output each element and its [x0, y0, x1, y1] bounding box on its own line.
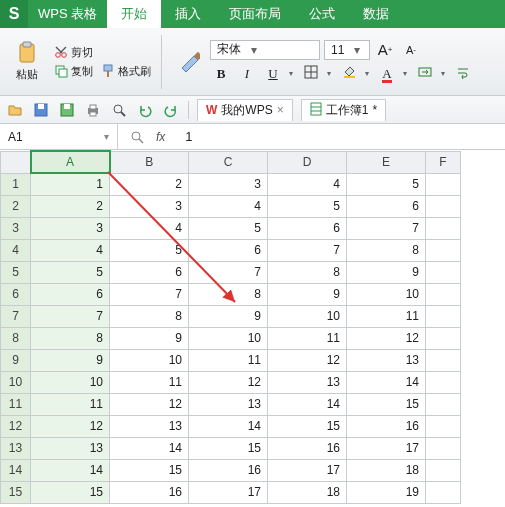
close-icon[interactable]: ×: [277, 103, 284, 117]
cell[interactable]: 9: [189, 305, 268, 327]
cell[interactable]: 15: [110, 459, 189, 481]
cell[interactable]: 14: [268, 393, 347, 415]
cell[interactable]: [426, 371, 461, 393]
cell[interactable]: 2: [31, 195, 110, 217]
cell[interactable]: 5: [31, 261, 110, 283]
cell[interactable]: 8: [31, 327, 110, 349]
save-icon[interactable]: [32, 101, 50, 119]
print-preview-icon[interactable]: [110, 101, 128, 119]
merge-cells-button[interactable]: [414, 64, 436, 84]
my-wps-tab[interactable]: W 我的WPS ×: [197, 99, 293, 121]
cell[interactable]: 9: [110, 327, 189, 349]
cell[interactable]: 14: [31, 459, 110, 481]
cell[interactable]: 14: [110, 437, 189, 459]
cell[interactable]: 17: [347, 437, 426, 459]
font-color-dropdown[interactable]: ▾: [400, 69, 410, 78]
cell[interactable]: 11: [31, 393, 110, 415]
cell[interactable]: 13: [347, 349, 426, 371]
workbook-tab[interactable]: 工作簿1 *: [301, 99, 386, 121]
row-header-9[interactable]: 9: [1, 349, 31, 371]
row-header-3[interactable]: 3: [1, 217, 31, 239]
cell[interactable]: [426, 195, 461, 217]
cell[interactable]: 4: [268, 173, 347, 195]
cell[interactable]: 16: [110, 481, 189, 503]
cell[interactable]: 15: [347, 393, 426, 415]
menu-start[interactable]: 开始: [107, 0, 161, 28]
col-header-C[interactable]: C: [189, 151, 268, 173]
cell[interactable]: 16: [347, 415, 426, 437]
row-header-10[interactable]: 10: [1, 371, 31, 393]
cell[interactable]: 10: [268, 305, 347, 327]
formula-input[interactable]: 1: [175, 129, 192, 144]
cell[interactable]: 14: [347, 371, 426, 393]
col-header-A[interactable]: A: [31, 151, 110, 173]
cell[interactable]: 4: [110, 217, 189, 239]
cell[interactable]: [426, 393, 461, 415]
row-header-2[interactable]: 2: [1, 195, 31, 217]
cell[interactable]: 12: [189, 371, 268, 393]
cell[interactable]: 10: [31, 371, 110, 393]
decrease-font-button[interactable]: A-: [400, 40, 422, 60]
search-icon[interactable]: [128, 128, 146, 146]
cell[interactable]: 14: [189, 415, 268, 437]
cell[interactable]: 13: [110, 415, 189, 437]
cell[interactable]: 5: [189, 217, 268, 239]
col-header-D[interactable]: D: [268, 151, 347, 173]
cell[interactable]: 7: [347, 217, 426, 239]
cell[interactable]: 17: [189, 481, 268, 503]
cut-button[interactable]: 剪切: [52, 44, 153, 61]
cell[interactable]: [426, 173, 461, 195]
row-header-4[interactable]: 4: [1, 239, 31, 261]
cell[interactable]: [426, 305, 461, 327]
cell[interactable]: 13: [268, 371, 347, 393]
format-painter-button[interactable]: 格式刷: [99, 63, 153, 80]
cell[interactable]: 11: [268, 327, 347, 349]
row-header-13[interactable]: 13: [1, 437, 31, 459]
menu-insert[interactable]: 插入: [161, 0, 215, 28]
cell[interactable]: 8: [347, 239, 426, 261]
font-name-combo[interactable]: 宋体 ▾: [210, 40, 320, 60]
bold-button[interactable]: B: [210, 64, 232, 84]
increase-font-button[interactable]: A+: [374, 40, 396, 60]
menu-formulas[interactable]: 公式: [295, 0, 349, 28]
row-header-5[interactable]: 5: [1, 261, 31, 283]
cell[interactable]: 12: [268, 349, 347, 371]
cell[interactable]: 7: [189, 261, 268, 283]
format-painter-big[interactable]: [170, 33, 206, 91]
cell[interactable]: 18: [347, 459, 426, 481]
cell[interactable]: 15: [268, 415, 347, 437]
cell[interactable]: 15: [189, 437, 268, 459]
cell[interactable]: 11: [189, 349, 268, 371]
copy-button[interactable]: 复制: [52, 63, 95, 80]
row-header-11[interactable]: 11: [1, 393, 31, 415]
cell[interactable]: 7: [110, 283, 189, 305]
cell[interactable]: [426, 239, 461, 261]
cell[interactable]: 10: [110, 349, 189, 371]
cell[interactable]: 8: [110, 305, 189, 327]
cell[interactable]: 6: [268, 217, 347, 239]
font-size-combo[interactable]: 11 ▾: [324, 40, 370, 60]
save-as-icon[interactable]: [58, 101, 76, 119]
cell[interactable]: [426, 327, 461, 349]
cell[interactable]: [426, 217, 461, 239]
row-header-1[interactable]: 1: [1, 173, 31, 195]
col-header-E[interactable]: E: [347, 151, 426, 173]
row-header-15[interactable]: 15: [1, 481, 31, 503]
borders-button[interactable]: [300, 64, 322, 84]
col-header-B[interactable]: B: [110, 151, 189, 173]
cell[interactable]: 6: [31, 283, 110, 305]
col-header-F[interactable]: F: [426, 151, 461, 173]
cell[interactable]: 8: [189, 283, 268, 305]
font-color-button[interactable]: A: [376, 64, 398, 84]
cell[interactable]: 9: [347, 261, 426, 283]
cell[interactable]: 6: [110, 261, 189, 283]
cell[interactable]: 9: [31, 349, 110, 371]
cell[interactable]: 16: [268, 437, 347, 459]
cell[interactable]: [426, 283, 461, 305]
fill-color-button[interactable]: [338, 64, 360, 84]
cell[interactable]: 4: [189, 195, 268, 217]
redo-icon[interactable]: [162, 101, 180, 119]
cell[interactable]: 12: [31, 415, 110, 437]
cell[interactable]: 13: [31, 437, 110, 459]
menu-pagelayout[interactable]: 页面布局: [215, 0, 295, 28]
